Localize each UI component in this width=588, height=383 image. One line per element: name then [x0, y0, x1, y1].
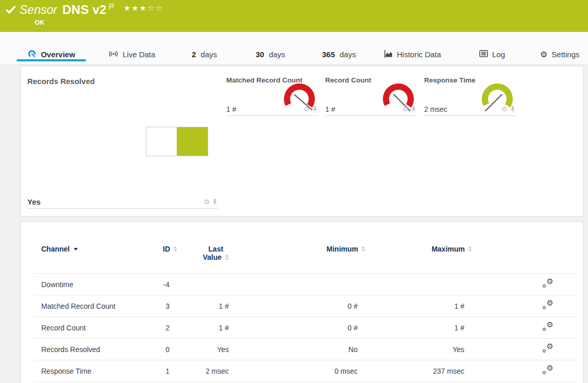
- column-header-maximum[interactable]: Maximum: [431, 245, 464, 253]
- table-row-downtime: Downtime -4 ⚙⚙: [34, 274, 578, 295]
- tab-bar: Overview Live Data 2 days 30 days 365 da…: [0, 32, 588, 65]
- tab-30-days[interactable]: 30 days: [256, 47, 285, 61]
- flag-icon[interactable]: [109, 3, 114, 12]
- cell-last-value: 1 #: [219, 324, 229, 332]
- channels-table-panel: Channel ID Last Value Minimum Maximum: [21, 222, 583, 383]
- header-label: Last: [203, 245, 229, 253]
- tile-gear-icon[interactable]: ⚙: [501, 106, 508, 112]
- cell-last-value: 1 #: [219, 302, 229, 310]
- tab-2-days[interactable]: 2 days: [192, 47, 217, 61]
- tab-365-days[interactable]: 365 days: [322, 47, 356, 61]
- cell-id: 1: [165, 367, 170, 375]
- column-header-last-value[interactable]: Last Value: [203, 245, 229, 261]
- tile-footer: Yes ⚙: [27, 195, 218, 209]
- records-resolved-boolean-graphic: [146, 127, 208, 156]
- tile-gear-icon[interactable]: ⚙: [304, 106, 310, 112]
- sort-caret-down-icon: [74, 248, 78, 251]
- channel-settings-icon[interactable]: ⚙⚙: [542, 343, 553, 354]
- cell-id: 0: [165, 345, 170, 354]
- cell-last-value: 2 msec: [206, 367, 229, 375]
- cell-channel: Downtime: [34, 280, 147, 289]
- priority-stars[interactable]: ★★★☆☆: [124, 4, 163, 13]
- sort-arrows-icon: [173, 246, 177, 252]
- tab-historic-data[interactable]: Historic Data: [384, 47, 441, 61]
- header-label: ID: [163, 245, 170, 253]
- tab-number: 2: [192, 50, 196, 59]
- header-label: Minimum: [327, 245, 358, 253]
- live-broadcast-icon: [108, 50, 119, 59]
- cell-maximum: 1 #: [455, 324, 464, 332]
- channels-table: Channel ID Last Value Minimum Maximum: [34, 222, 578, 382]
- tab-live-data[interactable]: Live Data: [108, 47, 155, 61]
- status-ok-check-icon: [5, 5, 16, 16]
- sensor-status-bar: Sensor DNS v2 ★★★☆☆ OK: [0, 0, 588, 32]
- tile-footer: 2 msec ⚙: [424, 103, 516, 116]
- tab-label: days: [340, 50, 356, 59]
- sensor-title: Sensor DNS v2 ★★★☆☆: [20, 3, 163, 17]
- gauge-title: Response Time: [424, 76, 476, 84]
- gauge-value: 1 #: [226, 105, 236, 113]
- table-row-records-resolved: Records Resolved 0 Yes No Yes ⚙⚙: [34, 339, 578, 360]
- area-chart-icon: [384, 50, 393, 59]
- tile-footer: 1 # ⚙: [325, 103, 417, 116]
- log-list-icon: [479, 50, 488, 59]
- column-header-channel[interactable]: Channel: [34, 245, 147, 253]
- cell-channel: Response Time: [34, 367, 147, 375]
- cell-minimum: 0 msec: [334, 367, 358, 375]
- gauge-value: 2 msec: [424, 105, 447, 113]
- sort-arrows-icon: [361, 246, 365, 252]
- cell-channel: Matched Record Count: [34, 302, 147, 310]
- channel-settings-icon[interactable]: ⚙⚙: [542, 365, 553, 375]
- cell-minimum: No: [348, 345, 358, 354]
- stars-empty: ☆☆: [147, 4, 163, 12]
- sort-arrows-icon: [468, 246, 472, 252]
- status-badge: OK: [35, 19, 45, 26]
- tile-gear-icon[interactable]: ⚙: [204, 198, 210, 205]
- tile-gear-icon[interactable]: ⚙: [402, 106, 409, 112]
- pin-icon[interactable]: [212, 198, 218, 206]
- cell-maximum: Yes: [452, 345, 464, 354]
- tab-label: Live Data: [123, 50, 155, 59]
- tab-label: Historic Data: [397, 50, 441, 59]
- boolean-on-segment: [177, 127, 208, 156]
- cell-maximum: 1 #: [455, 302, 464, 310]
- channel-settings-icon[interactable]: ⚙⚙: [542, 300, 553, 310]
- column-header-minimum[interactable]: Minimum: [327, 245, 358, 253]
- tab-number: 30: [256, 50, 264, 59]
- cell-id: -4: [163, 280, 170, 289]
- tile-footer: 1 # ⚙: [226, 103, 318, 116]
- gauge-tile-matched-record-count: Matched Record Count 1 # ⚙: [226, 66, 318, 128]
- cell-last-value: Yes: [217, 345, 229, 354]
- gauge-value: 1 #: [325, 105, 335, 113]
- header-label: Maximum: [431, 245, 465, 253]
- pin-icon[interactable]: [312, 106, 318, 113]
- sort-arrows-icon: [225, 255, 229, 260]
- settings-gear-icon: ⚙: [540, 51, 547, 59]
- cell-channel: Record Count: [34, 324, 147, 332]
- sensor-type-label: Sensor: [20, 3, 57, 17]
- tab-settings[interactable]: ⚙ Settings: [540, 47, 580, 61]
- cell-channel: Records Resolved: [34, 345, 147, 354]
- channel-settings-icon[interactable]: ⚙⚙: [542, 322, 553, 332]
- table-row-matched-record-count: Matched Record Count 3 1 # 0 # 1 # ⚙⚙: [34, 295, 578, 317]
- tab-overview[interactable]: Overview: [16, 47, 86, 61]
- pin-icon[interactable]: [510, 106, 516, 113]
- stars-filled: ★★★: [124, 4, 147, 12]
- channel-settings-icon[interactable]: ⚙⚙: [542, 278, 553, 289]
- header-label: Value: [203, 253, 222, 261]
- table-row-record-count: Record Count 2 1 # 0 # 1 # ⚙⚙: [34, 317, 578, 339]
- table-header-row: Channel ID Last Value Minimum Maximum: [34, 222, 578, 274]
- gauge-title: Record Count: [325, 76, 371, 84]
- tab-number: 365: [322, 50, 335, 59]
- gauge-tile-response-time: Response Time 2 msec ⚙: [424, 66, 516, 128]
- tile-title: Records Resolved: [27, 77, 95, 86]
- tab-label: Settings: [551, 50, 579, 59]
- pin-icon[interactable]: [411, 106, 417, 113]
- tab-log[interactable]: Log: [479, 47, 505, 61]
- header-label: Channel: [41, 245, 70, 253]
- column-header-id[interactable]: ID: [163, 245, 170, 253]
- gauge-icon: [27, 49, 37, 59]
- cell-id: 2: [165, 324, 170, 332]
- table-row-response-time: Response Time 1 2 msec 0 msec 237 msec ⚙…: [34, 360, 578, 382]
- overview-panel: Records Resolved Yes ⚙ Matched Record Co…: [21, 66, 583, 217]
